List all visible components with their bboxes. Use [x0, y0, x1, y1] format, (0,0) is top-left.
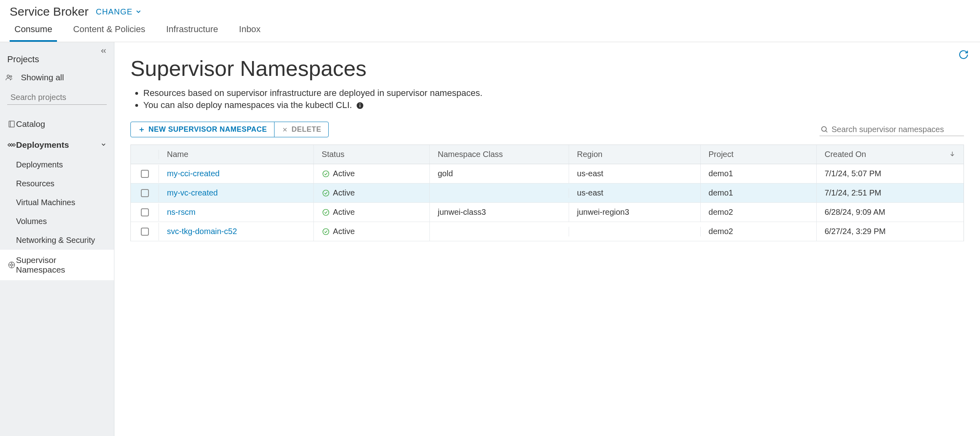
row-checkbox-cell: [131, 223, 159, 240]
row-checkbox[interactable]: [141, 170, 149, 178]
delete-button[interactable]: DELETE: [274, 122, 328, 137]
change-app-link[interactable]: CHANGE: [96, 7, 142, 16]
table-search-input[interactable]: [832, 125, 963, 134]
col-checkbox: [131, 150, 159, 159]
namespace-icon: [7, 261, 16, 269]
row-created-on: 6/27/24, 3:29 PM: [817, 222, 964, 241]
table-row[interactable]: svc-tkg-domain-c52Activedemo26/27/24, 3:…: [131, 222, 964, 241]
chevron-down-icon: [100, 140, 107, 150]
table-row[interactable]: my-vc-createdActiveus-eastdemo17/1/24, 2…: [131, 183, 964, 203]
delete-btn-label: DELETE: [291, 125, 321, 134]
supervisor-namespaces-table: Name Status Namespace Class Region Proje…: [130, 145, 964, 241]
row-name-link[interactable]: my-vc-created: [159, 183, 314, 202]
page-description: Resources based on supervisor infrastruc…: [114, 88, 980, 122]
row-checkbox[interactable]: [141, 189, 149, 197]
table-search[interactable]: [819, 123, 964, 136]
check-circle-icon: [322, 228, 330, 236]
row-status: Active: [314, 183, 430, 202]
row-name-link[interactable]: ns-rscm: [159, 203, 314, 222]
col-region[interactable]: Region: [569, 145, 701, 164]
supervisor-label: Supervisor Namespaces: [16, 255, 107, 275]
row-namespace-class: junwei-class3: [430, 203, 569, 222]
table-header-row: Name Status Namespace Class Region Proje…: [131, 145, 964, 164]
tab-inbox[interactable]: Inbox: [234, 20, 266, 42]
row-region: [569, 227, 701, 236]
row-namespace-class: gold: [430, 164, 569, 183]
sidebar: Projects Showing all Catalog Deployments: [0, 42, 114, 436]
deployments-icon: [7, 141, 16, 149]
chevron-down-icon: [135, 8, 142, 15]
tab-content-policies[interactable]: Content & Policies: [68, 20, 150, 42]
main-tabs: Consume Content & Policies Infrastructur…: [0, 20, 980, 42]
desc-line-1: Resources based on supervisor infrastruc…: [143, 88, 980, 98]
action-button-group: NEW SUPERVISOR NAMESPACE DELETE: [130, 122, 329, 137]
svg-rect-7: [12, 143, 15, 146]
check-circle-icon: [322, 170, 330, 178]
row-status: Active: [314, 164, 430, 183]
tab-infrastructure[interactable]: Infrastructure: [161, 20, 223, 42]
users-icon: [7, 73, 16, 82]
sidebar-item-supervisor-namespaces[interactable]: Supervisor Namespaces: [0, 250, 114, 280]
sidebar-search-projects[interactable]: [7, 90, 107, 105]
col-created[interactable]: Created On: [817, 145, 964, 164]
svg-point-24: [323, 171, 329, 177]
row-created-on: 7/1/24, 2:51 PM: [817, 183, 964, 202]
refresh-button[interactable]: [958, 49, 969, 61]
search-icon: [820, 125, 828, 133]
top-header: Service Broker CHANGE: [0, 0, 980, 20]
new-btn-label: NEW SUPERVISOR NAMESPACE: [148, 125, 267, 134]
row-region: junwei-region3: [569, 203, 701, 222]
svg-point-0: [7, 75, 10, 77]
sidebar-showing-all[interactable]: Showing all: [0, 68, 114, 87]
table-row[interactable]: ns-rscmActivejunwei-class3junwei-region3…: [131, 203, 964, 222]
sidebar-sub-networking[interactable]: Networking & Security: [0, 231, 114, 250]
sidebar-sub-vms[interactable]: Virtual Machines: [0, 193, 114, 212]
change-label: CHANGE: [96, 7, 133, 16]
svg-point-9: [10, 264, 12, 266]
catalog-label: Catalog: [16, 119, 45, 129]
new-supervisor-namespace-button[interactable]: NEW SUPERVISOR NAMESPACE: [131, 122, 274, 137]
svg-point-25: [323, 190, 329, 196]
close-icon: [282, 126, 288, 133]
col-project[interactable]: Project: [701, 145, 817, 164]
catalog-icon: [7, 120, 16, 128]
col-status[interactable]: Status: [314, 145, 430, 164]
row-created-on: 7/1/24, 5:07 PM: [817, 164, 964, 183]
sidebar-sub-volumes[interactable]: Volumes: [0, 212, 114, 231]
row-namespace-class: [430, 188, 569, 198]
sidebar-projects-label: Projects: [0, 42, 114, 68]
row-checkbox-cell: [131, 165, 159, 183]
table-row[interactable]: my-cci-createdActivegoldus-eastdemo17/1/…: [131, 164, 964, 183]
tab-consume[interactable]: Consume: [10, 20, 57, 42]
plus-icon: [138, 126, 145, 133]
collapse-sidebar-button[interactable]: [98, 45, 109, 57]
svg-point-1: [10, 75, 12, 77]
svg-point-16: [360, 104, 360, 104]
sidebar-item-catalog[interactable]: Catalog: [0, 114, 114, 134]
row-project: demo2: [701, 203, 817, 222]
refresh-icon: [958, 49, 969, 60]
sidebar-item-deployments[interactable]: Deployments: [0, 134, 114, 155]
row-project: demo1: [701, 164, 817, 183]
sidebar-sub-resources[interactable]: Resources: [0, 174, 114, 193]
row-name-link[interactable]: svc-tkg-domain-c52: [159, 222, 314, 241]
col-name[interactable]: Name: [159, 145, 314, 164]
row-project: demo2: [701, 222, 817, 241]
svg-point-26: [323, 209, 329, 215]
row-status: Active: [314, 203, 430, 222]
svg-point-27: [323, 228, 329, 234]
row-checkbox[interactable]: [141, 228, 149, 236]
sidebar-search-input[interactable]: [10, 93, 112, 102]
col-class[interactable]: Namespace Class: [430, 145, 569, 164]
info-icon[interactable]: [356, 102, 364, 110]
row-namespace-class: [430, 227, 569, 236]
row-checkbox[interactable]: [141, 208, 149, 216]
deployments-label: Deployments: [16, 140, 69, 150]
sidebar-sub-deployments[interactable]: Deployments: [0, 155, 114, 174]
page-title: Supervisor Namespaces: [114, 56, 980, 88]
row-region: us-east: [569, 183, 701, 202]
desc-line-2: You can also deploy namespaces via the k…: [143, 100, 980, 110]
check-circle-icon: [322, 208, 330, 216]
main-content: Supervisor Namespaces Resources based on…: [114, 42, 980, 436]
row-name-link[interactable]: my-cci-created: [159, 164, 314, 183]
